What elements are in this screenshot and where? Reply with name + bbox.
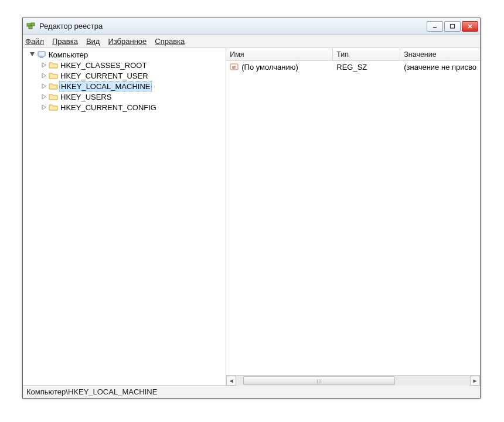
horizontal-scrollbar[interactable]: ◄ ►	[226, 375, 480, 385]
status-path: Компьютер\HKEY_LOCAL_MACHINE	[26, 387, 157, 396]
folder-icon	[49, 71, 58, 80]
folder-icon	[49, 60, 58, 70]
maximize-button[interactable]	[444, 21, 461, 32]
folder-icon	[49, 92, 58, 101]
chevron-right-icon[interactable]	[40, 93, 47, 100]
column-header-type[interactable]: Тип	[333, 48, 400, 60]
scroll-thumb[interactable]	[243, 376, 395, 385]
cell-type: REG_SZ	[333, 63, 400, 72]
content-area: Компьютер HKEY_CLASSES_ROOT HKEY_CURRE	[23, 48, 480, 385]
tree-item-label: HKEY_CURRENT_USER	[59, 72, 149, 80]
folder-icon	[49, 103, 58, 112]
app-window: Редактор реестра Файл Правка Вид Избранн…	[22, 18, 481, 399]
column-header-name[interactable]: Имя	[226, 48, 333, 60]
svg-rect-8	[38, 52, 45, 56]
svg-marker-12	[42, 84, 46, 89]
menubar: Файл Правка Вид Избранное Справка	[23, 35, 480, 48]
tree-item[interactable]: HKEY_CLASSES_ROOT	[24, 60, 226, 70]
chevron-right-icon[interactable]	[40, 72, 47, 79]
folder-icon	[49, 81, 58, 91]
menu-file[interactable]: Файл	[25, 37, 44, 46]
chevron-right-icon[interactable]	[40, 83, 47, 90]
menu-help[interactable]: Справка	[155, 37, 185, 46]
list-row[interactable]: ab (По умолчанию) REG_SZ (значение не пр…	[226, 61, 480, 73]
tree-item[interactable]: HKEY_USERS	[24, 91, 226, 102]
scroll-right-icon[interactable]: ►	[470, 376, 480, 386]
svg-text:ab: ab	[232, 65, 237, 69]
tree-item-label-selected: HKEY_LOCAL_MACHINE	[59, 81, 152, 91]
statusbar: Компьютер\HKEY_LOCAL_MACHINE	[23, 385, 480, 398]
scroll-track[interactable]	[236, 376, 470, 386]
list-pane: Имя Тип Значение ab (По умолчанию)	[226, 48, 480, 385]
close-button[interactable]	[462, 21, 478, 32]
tree-pane[interactable]: Компьютер HKEY_CLASSES_ROOT HKEY_CURRE	[23, 48, 226, 385]
svg-marker-11	[42, 73, 46, 78]
list-body[interactable]: ab (По умолчанию) REG_SZ (значение не пр…	[226, 61, 480, 375]
svg-rect-2	[31, 23, 35, 26]
svg-marker-13	[42, 94, 46, 99]
tree-item[interactable]: HKEY_CURRENT_USER	[24, 70, 226, 81]
menu-edit[interactable]: Правка	[52, 37, 78, 46]
tree-item[interactable]: HKEY_CURRENT_CONFIG	[24, 102, 226, 113]
menu-view[interactable]: Вид	[86, 37, 100, 46]
scroll-left-icon[interactable]: ◄	[226, 376, 236, 386]
chevron-right-icon[interactable]	[40, 104, 47, 111]
svg-rect-1	[29, 26, 32, 29]
tree-item-label: HKEY_CLASSES_ROOT	[59, 61, 148, 70]
svg-marker-7	[30, 52, 35, 56]
menu-favorites[interactable]: Избранное	[108, 37, 147, 46]
computer-icon	[37, 50, 46, 59]
svg-rect-4	[451, 24, 455, 28]
column-header-value[interactable]: Значение	[400, 48, 480, 60]
titlebar[interactable]: Редактор реестра	[23, 18, 480, 35]
window-controls	[427, 21, 478, 32]
window-title: Редактор реестра	[39, 22, 427, 30]
tree-root-label: Компьютер	[47, 50, 89, 59]
chevron-right-icon[interactable]	[40, 62, 47, 69]
string-value-icon: ab	[230, 62, 239, 72]
svg-rect-9	[40, 57, 43, 58]
tree-item-label: HKEY_USERS	[59, 93, 113, 101]
cell-value: (значение не присво	[400, 63, 480, 72]
cell-name: (По умолчанию)	[241, 63, 298, 72]
tree-item[interactable]: HKEY_LOCAL_MACHINE	[24, 81, 226, 91]
svg-marker-10	[42, 63, 46, 67]
list-header: Имя Тип Значение	[226, 48, 480, 61]
regedit-icon	[26, 22, 36, 31]
tree-item-label: HKEY_CURRENT_CONFIG	[59, 103, 158, 112]
minimize-button[interactable]	[427, 21, 443, 32]
tree-root[interactable]: Компьютер	[24, 49, 226, 60]
expander-icon[interactable]	[29, 51, 36, 58]
svg-marker-14	[42, 105, 46, 110]
